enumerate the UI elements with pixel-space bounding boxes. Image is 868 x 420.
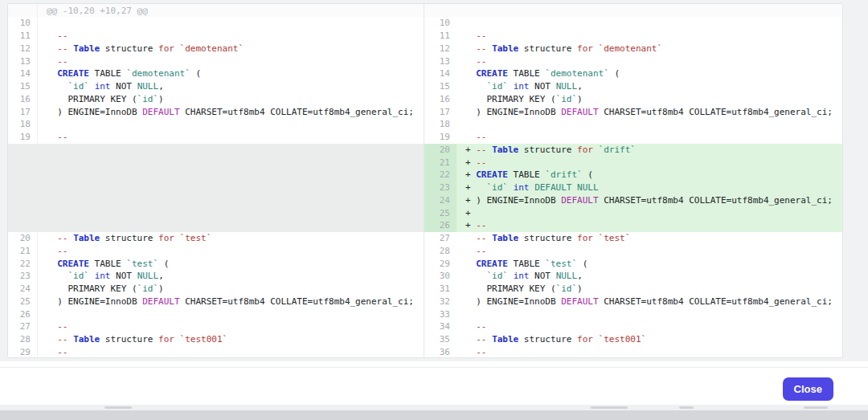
line-number: 27 xyxy=(8,320,38,333)
line-number xyxy=(8,219,38,232)
line-number: 28 xyxy=(424,245,457,258)
code-line: + -- xyxy=(457,219,842,232)
line-number: 21 xyxy=(424,156,457,169)
line-number: 26 xyxy=(424,219,457,232)
line-number xyxy=(8,144,38,157)
line-number: 17 xyxy=(8,105,38,118)
diff-row: 25 ) ENGINE=InnoDB DEFAULT CHARSET=utf8m… xyxy=(8,296,842,308)
line-number: 17 xyxy=(424,105,457,118)
line-number: 12 xyxy=(424,43,457,55)
modal-footer: Close xyxy=(0,367,868,405)
diff-row: 11 --11 -- xyxy=(8,30,842,43)
code-line: -- Table structure for `test` xyxy=(38,232,424,245)
line-number: 10 xyxy=(424,17,457,30)
line-number xyxy=(8,156,38,169)
hunk-header-right xyxy=(457,4,842,17)
dimmed-text-smudge xyxy=(804,406,828,409)
diff-row: 27 --34 -- xyxy=(8,320,842,333)
code-line xyxy=(38,118,424,131)
code-line: -- xyxy=(457,245,842,258)
line-number: 18 xyxy=(8,118,38,131)
line-number: 14 xyxy=(424,67,457,80)
line-number: 12 xyxy=(8,43,38,55)
line-number: 24 xyxy=(8,283,38,296)
diff-row: 24 PRIMARY KEY (`id`)31 PRIMARY KEY (`id… xyxy=(8,283,842,296)
diff-row: 26+ -- xyxy=(8,219,842,232)
line-number: 32 xyxy=(424,296,457,308)
code-line xyxy=(38,219,424,232)
diff-row: 21 --28 -- xyxy=(8,245,842,258)
dimmed-text-smudge xyxy=(679,406,694,409)
hunk-gutter-right xyxy=(424,4,457,17)
line-number: 34 xyxy=(424,320,457,333)
hunk-header: @@ -10,20 +10,27 @@ xyxy=(38,4,424,17)
diff-viewer[interactable]: @@ -10,20 +10,27 @@ 101011 --11 --12 -- … xyxy=(7,3,843,358)
code-line xyxy=(38,169,424,181)
code-line: -- xyxy=(38,131,424,144)
code-line: + -- Table structure for `drift` xyxy=(457,144,842,157)
line-number: 33 xyxy=(424,308,457,320)
line-number: 10 xyxy=(8,17,38,30)
code-line: + `id` int DEFAULT NULL xyxy=(457,181,842,194)
diff-modal: @@ -10,20 +10,27 @@ 101011 --11 --12 -- … xyxy=(0,0,868,420)
line-number: 26 xyxy=(8,308,38,320)
diff-row: 22 CREATE TABLE `test` (29 CREATE TABLE … xyxy=(8,257,842,270)
diff-row: 1010 xyxy=(8,17,842,30)
line-number: 28 xyxy=(8,333,38,346)
line-number xyxy=(8,169,38,181)
code-line: PRIMARY KEY (`id`) xyxy=(457,283,842,296)
close-button[interactable]: Close xyxy=(783,377,833,401)
line-number: 35 xyxy=(424,333,457,346)
code-line: CREATE TABLE `demotenant` ( xyxy=(457,67,842,80)
diff-row: 28 -- Table structure for `test001`35 --… xyxy=(8,333,842,346)
code-line xyxy=(457,17,842,30)
dimmed-text-smudge xyxy=(591,406,628,409)
background-page-strip xyxy=(0,405,868,410)
code-line: -- xyxy=(38,55,424,67)
code-line: -- xyxy=(38,346,424,359)
line-number: 30 xyxy=(424,270,457,283)
diff-row: 12 -- Table structure for `demotenant`12… xyxy=(8,43,842,55)
line-number xyxy=(8,181,38,194)
code-line: `id` int NOT NULL, xyxy=(457,80,842,93)
line-number: 15 xyxy=(424,80,457,93)
code-line: -- xyxy=(457,131,842,144)
line-number: 11 xyxy=(8,30,38,43)
diff-row: 19 --19 -- xyxy=(8,131,842,144)
diff-row: 13 --13 -- xyxy=(8,55,842,67)
hunk-header-row: @@ -10,20 +10,27 @@ xyxy=(8,4,842,17)
diff-row: 25+ xyxy=(8,206,842,219)
line-number: 31 xyxy=(424,283,457,296)
code-line: `id` int NOT NULL, xyxy=(457,270,842,283)
background-page-band xyxy=(0,410,868,420)
code-line: -- Table structure for `test` xyxy=(457,232,842,245)
code-line xyxy=(38,206,424,219)
line-number: 25 xyxy=(424,206,457,219)
diff-row: 20+ -- Table structure for `drift` xyxy=(8,144,842,157)
diff-row: 15 `id` int NOT NULL,15 `id` int NOT NUL… xyxy=(8,80,842,93)
diff-row: 23 `id` int NOT NULL,30 `id` int NOT NUL… xyxy=(8,270,842,283)
diff-row: 22+ CREATE TABLE `drift` ( xyxy=(8,169,842,181)
line-number: 11 xyxy=(424,30,457,43)
code-line xyxy=(38,17,424,30)
line-number: 19 xyxy=(424,131,457,144)
code-line: + CREATE TABLE `drift` ( xyxy=(457,169,842,181)
code-line: + xyxy=(457,206,842,219)
code-line: -- Table structure for `demotenant` xyxy=(38,43,424,55)
diff-rows: 101011 --11 --12 -- Table structure for … xyxy=(8,17,842,358)
line-number: 20 xyxy=(424,144,457,157)
line-number: 22 xyxy=(424,169,457,181)
code-line: CREATE TABLE `test` ( xyxy=(38,257,424,270)
code-line: -- xyxy=(38,245,424,258)
line-number: 16 xyxy=(8,93,38,106)
code-line: -- xyxy=(457,30,842,43)
code-line: -- xyxy=(457,346,842,359)
code-line xyxy=(38,308,424,320)
diff-row: 2633 xyxy=(8,308,842,320)
line-number: 29 xyxy=(8,346,38,359)
code-line: -- xyxy=(457,55,842,67)
code-line xyxy=(457,308,842,320)
dimmed-text-smudge xyxy=(104,406,132,409)
code-line xyxy=(38,194,424,207)
hunk-gutter-left xyxy=(8,4,38,17)
